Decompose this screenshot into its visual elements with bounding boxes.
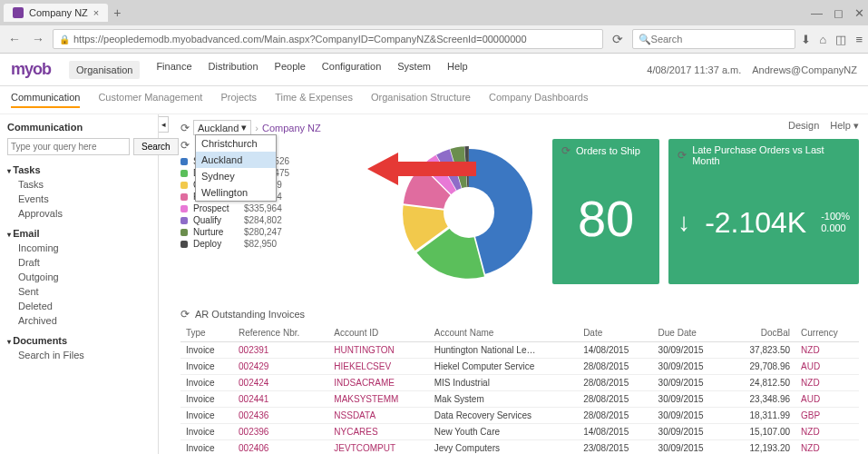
cell-ref[interactable]: 002429 (233, 359, 328, 375)
branch-selected: Auckland (198, 123, 239, 133)
collapse-sidebar-button[interactable]: ◂ (159, 116, 169, 133)
column-header[interactable]: Reference Nbr. (233, 324, 328, 342)
cell-acct[interactable]: INDSACRAME (328, 375, 428, 391)
dropdown-item[interactable]: Wellington (196, 184, 276, 201)
sidebar-item[interactable]: Search in Files (7, 348, 151, 362)
close-window-icon[interactable]: ✕ (854, 6, 864, 20)
dropdown-item[interactable]: Auckland (196, 152, 276, 168)
table-row[interactable]: Invoice 002396 NYCARES New Youth Care 14… (180, 424, 859, 440)
cell-cur[interactable]: GBP (795, 408, 859, 424)
menu-people[interactable]: People (275, 61, 306, 79)
menu-configuration[interactable]: Configuration (322, 61, 381, 79)
home-icon[interactable]: ⌂ (820, 33, 827, 46)
cell-acct[interactable]: JEVTCOMPUT (328, 440, 428, 455)
table-row[interactable]: Invoice 002391 HUNTINGTON Huntington Nat… (180, 342, 859, 359)
breadcrumb-separator: › (255, 123, 258, 133)
cell-date: 28/08/2015 (578, 408, 652, 424)
refresh-icon[interactable]: ⟳ (561, 144, 571, 157)
sidebar-item[interactable]: Outgoing (7, 270, 151, 284)
user-name[interactable]: Andrews@CompanyNZ (752, 64, 857, 75)
table-row[interactable]: Invoice 002429 HIEKELCSEV Hiekel Compute… (180, 359, 859, 375)
address-bar: ← → 🔒 https://peopledemodb.myobadvanced.… (0, 25, 868, 53)
cell-cur[interactable]: AUD (795, 359, 859, 375)
breadcrumb-company[interactable]: Company NZ (262, 123, 321, 133)
back-button[interactable]: ← (5, 32, 24, 46)
browser-search[interactable]: 🔍 (632, 29, 795, 49)
cell-ref[interactable]: 002436 (233, 408, 328, 424)
refresh-icon[interactable]: ⟳ (180, 122, 190, 134)
submenu-projects[interactable]: Projects (220, 92, 257, 108)
cell-acct[interactable]: HIEKELCSEV (328, 359, 428, 375)
cell-ref[interactable]: 002424 (233, 375, 328, 391)
column-header[interactable]: DocBal (727, 324, 795, 342)
menu-organisation[interactable]: Organisation (69, 61, 140, 79)
sidebar-item[interactable]: Deleted (7, 299, 151, 313)
menu-finance[interactable]: Finance (156, 61, 191, 79)
cell-cur[interactable]: NZD (795, 342, 859, 359)
refresh-icon[interactable]: ⟳ (180, 308, 190, 321)
cell-acct[interactable]: MAKSYSTEMM (328, 391, 428, 408)
menu-help[interactable]: Help (447, 61, 468, 79)
table-row[interactable]: Invoice 002424 INDSACRAME MIS Industrial… (180, 375, 859, 391)
cell-acct[interactable]: HUNTINGTON (328, 342, 428, 359)
submenu-time[interactable]: Time & Expenses (275, 92, 353, 108)
swatch-icon (180, 182, 188, 189)
column-header[interactable]: Account Name (429, 324, 578, 342)
column-header[interactable]: Type (180, 324, 233, 342)
forward-button[interactable]: → (29, 32, 47, 46)
submenu-customer[interactable]: Customer Management (98, 92, 202, 108)
sidebar-group-title[interactable]: Tasks (7, 164, 151, 175)
cell-date: 28/08/2015 (578, 359, 652, 375)
menu-system[interactable]: System (397, 61, 431, 79)
column-header[interactable]: Due Date (653, 324, 727, 342)
cell-ref[interactable]: 002391 (233, 342, 328, 359)
table-row[interactable]: Invoice 002441 MAKSYSTEMM Mak System 28/… (180, 391, 859, 408)
dropdown-item[interactable]: Christchurch (196, 135, 276, 152)
browser-tab[interactable]: Company NZ × (4, 4, 108, 22)
new-tab-button[interactable]: + (113, 5, 121, 20)
url-field[interactable]: 🔒 https://peopledemodb.myobadvanced.com/… (53, 29, 603, 49)
sidebar-item[interactable]: Archived (7, 313, 151, 328)
column-header[interactable]: Account ID (328, 324, 428, 342)
download-icon[interactable]: ⬇ (801, 33, 811, 46)
cell-acct[interactable]: NSSDATA (328, 408, 428, 424)
sidebar-item[interactable]: Sent (7, 284, 151, 299)
branch-dropdown[interactable]: Auckland ▾ (193, 120, 251, 135)
cell-cur[interactable]: NZD (795, 440, 859, 455)
sidebar-item[interactable]: Approvals (7, 206, 151, 221)
submenu-org[interactable]: Organisation Structure (371, 92, 471, 108)
sidebar-group-title[interactable]: Documents (7, 335, 151, 346)
sidebar-item[interactable]: Draft (7, 255, 151, 270)
legend-value: $284,802 (244, 215, 282, 225)
sidebar-icon[interactable]: ◫ (835, 33, 846, 46)
table-row[interactable]: Invoice 002436 NSSDATA Data Recovery Ser… (180, 408, 859, 424)
cell-cur[interactable]: NZD (795, 375, 859, 391)
cell-acct[interactable]: NYCARES (328, 424, 428, 440)
cell-cur[interactable]: AUD (795, 391, 859, 408)
maximize-icon[interactable]: ◻ (834, 6, 844, 20)
sidebar-group-title[interactable]: Email (7, 228, 151, 239)
cell-ref[interactable]: 002441 (233, 391, 328, 408)
sidebar-item[interactable]: Incoming (7, 241, 151, 255)
menu-icon[interactable]: ≡ (855, 33, 863, 46)
submenu-dashboards[interactable]: Company Dashboards (489, 92, 588, 108)
dropdown-item[interactable]: Sydney (196, 168, 276, 184)
sidebar-item[interactable]: Events (7, 192, 151, 206)
refresh-icon[interactable]: ⟳ (678, 149, 687, 162)
menu-distribution[interactable]: Distribution (209, 61, 258, 79)
close-tab-icon[interactable]: × (93, 7, 99, 18)
datetime: 4/08/2017 11:37 a.m. (647, 64, 741, 75)
sidebar-search-input[interactable] (7, 138, 130, 155)
reload-button[interactable]: ⟳ (609, 32, 627, 46)
browser-search-input[interactable] (651, 34, 789, 44)
cell-ref[interactable]: 002396 (233, 424, 328, 440)
minimize-icon[interactable]: — (811, 6, 823, 20)
sidebar-item[interactable]: Tasks (7, 177, 151, 192)
submenu-communication[interactable]: Communication (11, 92, 80, 108)
cell-cur[interactable]: NZD (795, 424, 859, 440)
refresh-icon[interactable]: ⟳ (180, 139, 190, 152)
column-header[interactable]: Date (578, 324, 652, 342)
table-row[interactable]: Invoice 002406 JEVTCOMPUT Jevy Computers… (180, 440, 859, 455)
cell-ref[interactable]: 002406 (233, 440, 328, 455)
column-header[interactable]: Currency (795, 324, 859, 342)
